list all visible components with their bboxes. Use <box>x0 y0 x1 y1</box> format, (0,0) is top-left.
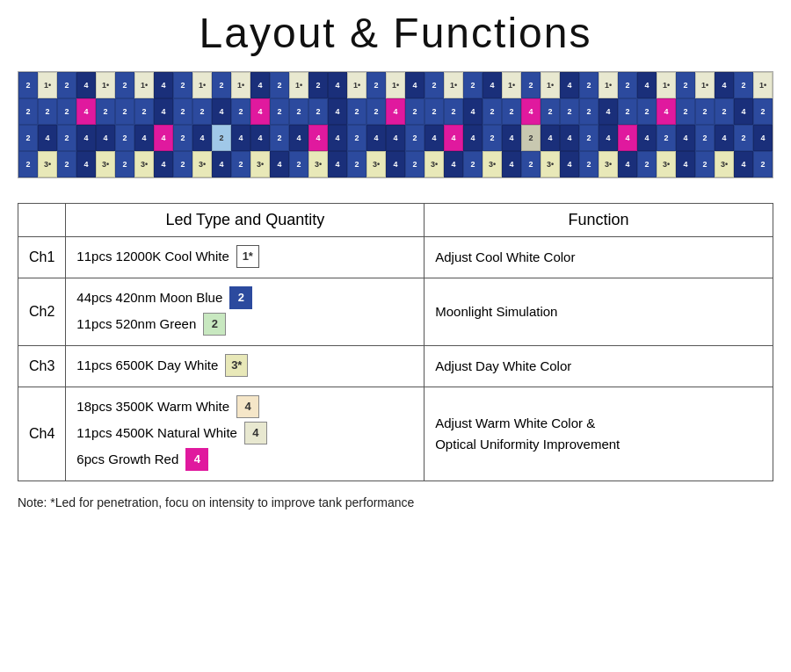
led-type-text: 11pcs 6500K Day White <box>76 353 218 377</box>
footnote: Note: *Led for penetration, focu on inte… <box>18 495 773 509</box>
function-cell: Adjust Warm White Color &Optical Uniform… <box>425 387 773 481</box>
led-badge: 4 <box>244 422 267 444</box>
led-type-cell: 11pcs 12000K Cool White1* <box>66 237 425 278</box>
led-badge: 2 <box>203 313 226 336</box>
led-type-cell: 11pcs 6500K Day White3* <box>66 346 425 387</box>
led-type-cell: 44pcs 420nm Moon Blue211pcs 520nm Green2 <box>66 278 425 346</box>
led-type-text: 18pcs 3500K Warm White <box>76 394 229 418</box>
layout-table: Led Type and Quantity Function Ch111pcs … <box>18 203 773 481</box>
channel-cell: Ch1 <box>18 237 66 278</box>
table-header-function: Function <box>425 204 773 237</box>
led-badge: 4 <box>185 448 208 471</box>
led-badge: 4 <box>236 395 259 418</box>
function-cell: Adjust Cool White Color <box>425 237 773 278</box>
function-cell: Adjust Day White Color <box>425 346 773 387</box>
led-type-text: 11pcs 520nm Green <box>76 312 196 336</box>
led-type-cell: 18pcs 3500K Warm White411pcs 4500K Natur… <box>66 387 425 481</box>
led-type-text: 11pcs 4500K Natural White <box>76 421 237 444</box>
led-badge: 2 <box>229 286 252 309</box>
table-header-led-type: Led Type and Quantity <box>66 204 425 237</box>
channel-cell: Ch2 <box>18 278 66 346</box>
function-cell: Moonlight Simulation <box>425 278 773 346</box>
led-badge: 3* <box>225 354 248 377</box>
led-type-text: 6pcs Growth Red <box>76 447 178 471</box>
led-type-text: 44pcs 420nm Moon Blue <box>76 285 222 309</box>
led-type-text: 11pcs 12000K Cool White <box>76 244 229 268</box>
led-strip: 21•241•21•421•21•421•241•21•421•241•21•4… <box>18 71 773 178</box>
table-header-col1 <box>18 204 66 237</box>
led-badge: 1* <box>236 245 259 268</box>
channel-cell: Ch4 <box>18 387 66 481</box>
channel-cell: Ch3 <box>18 346 66 387</box>
page-title: Layout & Functions <box>18 9 773 57</box>
